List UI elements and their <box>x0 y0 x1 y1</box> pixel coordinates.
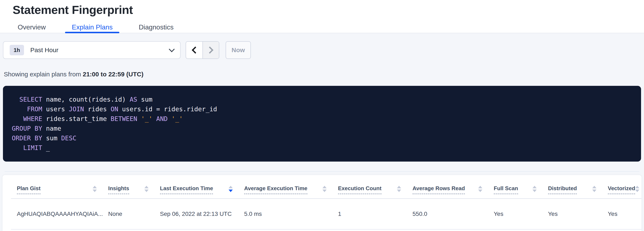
sql-token-kw: WHERE <box>12 115 42 122</box>
column-label: Execution Count <box>338 185 382 194</box>
sql-token-lit: '_' <box>141 115 152 122</box>
sort-arrows-icon <box>228 186 233 192</box>
chevron-left-icon <box>192 46 199 54</box>
sql-token-id <box>137 115 141 122</box>
sql-line: WHERE rides.start_time BETWEEN '_' AND '… <box>12 114 632 124</box>
prev-time-button[interactable] <box>186 42 202 58</box>
column-header-full-scan[interactable]: Full Scan <box>494 185 548 194</box>
column-header-vectorized[interactable]: Vectorized <box>608 185 642 194</box>
sql-token-id: _ <box>42 144 50 152</box>
sort-arrows-icon <box>397 186 401 192</box>
sql-token-kw: ORDER BY <box>12 134 42 142</box>
table-row: AgHUAQIABQAAAAHYAQIAiA...NoneSep 06, 202… <box>2 199 642 229</box>
sql-token-kw: FROM <box>12 106 42 113</box>
column-label: Vectorized <box>608 185 635 194</box>
sql-token-kw: JOIN <box>69 106 84 113</box>
column-header-last-execution-time[interactable]: Last Execution Time <box>160 185 244 194</box>
sort-arrows-icon <box>322 186 327 192</box>
sql-token-id <box>152 115 156 122</box>
sort-arrows-icon <box>532 186 537 192</box>
column-header-plan-gist[interactable]: Plan Gist <box>17 185 108 194</box>
page-header: Statement Fingerprint OverviewExplain Pl… <box>0 0 644 33</box>
column-header-distributed[interactable]: Distributed <box>548 185 608 194</box>
sql-token-id: users.id = rides.rider_id <box>118 106 217 113</box>
sql-token-kw: SELECT <box>12 96 42 103</box>
sort-arrows-icon <box>478 186 482 192</box>
tab-diagnostics[interactable]: Diagnostics <box>132 21 180 33</box>
next-time-button[interactable] <box>202 42 219 58</box>
sql-token-id: users <box>42 106 69 113</box>
sql-token-kw: ON <box>111 106 118 113</box>
column-label: Plan Gist <box>17 185 40 194</box>
sql-token-id: sum <box>137 96 152 103</box>
column-label: Distributed <box>548 185 577 194</box>
cell-insights: None <box>108 210 160 217</box>
cell-full-scan: Yes <box>494 210 548 217</box>
column-header-execution-count[interactable]: Execution Count <box>338 185 412 194</box>
sql-line: SELECT name, count(rides.id) AS sum <box>12 95 632 104</box>
sort-arrows-icon <box>144 186 148 192</box>
sort-arrows-icon <box>92 186 97 192</box>
cell-vectorized: Yes <box>608 210 642 217</box>
sql-token-kw: LIMIT <box>12 144 42 152</box>
tabs: OverviewExplain PlansDiagnostics <box>11 21 193 33</box>
cell-average-execution-time: 5.0 ms <box>244 210 338 217</box>
explain-plans-table-card: Plan GistInsightsLast Execution TimeAver… <box>2 175 642 231</box>
sql-token-lit: '_' <box>172 115 183 122</box>
sql-line: GROUP BY name <box>12 124 632 134</box>
sort-arrows-icon <box>635 186 639 192</box>
sql-token-kw: AND <box>156 115 168 122</box>
cell-distributed: Yes <box>548 210 608 217</box>
time-range-badge: 1h <box>10 45 24 55</box>
explain-plans-panel: 1h Past Hour Now Showing explain plans f… <box>0 41 644 231</box>
column-header-insights[interactable]: Insights <box>108 185 160 194</box>
cell-average-rows-read: 550.0 <box>412 210 494 217</box>
table-header-row: Plan GistInsightsLast Execution TimeAver… <box>2 175 642 194</box>
sort-arrows-icon <box>592 186 596 192</box>
sql-token-id: rides <box>84 106 110 113</box>
time-range-label: Past Hour <box>30 46 58 54</box>
sql-token-kw: GROUP BY <box>12 125 42 132</box>
sql-token-kw: BETWEEN <box>111 115 137 122</box>
time-nav-group <box>186 41 219 59</box>
summary-prefix: Showing explain plans from <box>4 71 83 78</box>
sql-statement-box: SELECT name, count(rides.id) AS sum FROM… <box>3 86 641 162</box>
section-divider <box>5 171 639 172</box>
sql-line: FROM users JOIN rides ON users.id = ride… <box>12 104 632 114</box>
showing-plans-summary: Showing explain plans from 21:00 to 22:5… <box>4 71 644 78</box>
column-label: Last Execution Time <box>160 185 213 194</box>
cell-last-execution-time: Sep 06, 2022 at 22:13 UTC <box>160 210 244 217</box>
sql-token-id <box>168 115 172 122</box>
summary-time-range: 21:00 to 22:59 (UTC) <box>83 71 143 78</box>
column-header-average-execution-time[interactable]: Average Execution Time <box>244 185 338 194</box>
time-range-dropdown[interactable]: 1h Past Hour <box>3 41 180 59</box>
column-label: Full Scan <box>494 185 518 194</box>
sql-token-kw: AS <box>130 96 137 103</box>
table-body: AgHUAQIABQAAAAHYAQIAiA...NoneSep 06, 202… <box>2 199 642 230</box>
column-header-average-rows-read[interactable]: Average Rows Read <box>412 185 494 194</box>
sql-token-kw: DESC <box>61 134 76 142</box>
cell-execution-count: 1 <box>338 210 412 217</box>
cell-plan-gist[interactable]: AgHUAQIABQAAAAHYAQIAiA... <box>17 210 108 217</box>
sql-token-id: rides.start_time <box>42 115 111 122</box>
chevron-right-icon <box>206 46 214 54</box>
column-label: Average Rows Read <box>412 185 465 194</box>
tab-overview[interactable]: Overview <box>11 21 52 33</box>
sql-line: LIMIT _ <box>12 143 632 153</box>
column-label: Average Execution Time <box>244 185 308 194</box>
sql-token-id: sum <box>42 134 61 142</box>
sql-line: ORDER BY sum DESC <box>12 134 632 143</box>
row-divider <box>11 229 642 230</box>
time-controls: 1h Past Hour Now <box>3 41 641 59</box>
column-label: Insights <box>108 185 129 194</box>
page-title: Statement Fingerprint <box>13 3 644 16</box>
chevron-down-icon <box>169 46 175 52</box>
now-button[interactable]: Now <box>226 41 251 59</box>
tab-explain-plans[interactable]: Explain Plans <box>65 21 119 33</box>
sql-token-id: name, count(rides.id) <box>42 96 130 103</box>
sql-token-id: name <box>42 125 61 132</box>
